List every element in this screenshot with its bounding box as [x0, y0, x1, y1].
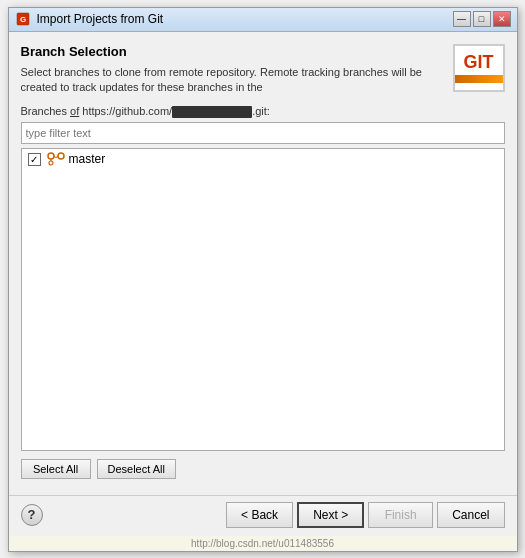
branches-label-prefix: Branches	[21, 105, 71, 117]
svg-point-2	[48, 153, 54, 159]
window-controls: — □ ✕	[453, 11, 511, 27]
select-all-button[interactable]: Select All	[21, 459, 91, 479]
close-button[interactable]: ✕	[493, 11, 511, 27]
filter-input[interactable]	[21, 122, 505, 144]
help-button[interactable]: ?	[21, 504, 43, 526]
window-title: Import Projects from Git	[37, 12, 453, 26]
list-item[interactable]: master	[22, 149, 504, 169]
finish-button[interactable]: Finish	[368, 502, 433, 528]
watermark: http://blog.csdn.net/u011483556	[9, 536, 517, 551]
title-bar: G Import Projects from Git — □ ✕	[9, 8, 517, 32]
window-icon: G	[15, 11, 31, 27]
svg-text:G: G	[19, 15, 25, 24]
footer: ? < Back Next > Finish Cancel	[9, 495, 517, 536]
svg-point-3	[58, 153, 64, 159]
section-title: Branch Selection	[21, 44, 443, 59]
branches-label: Branches of https://github.com/.git:	[21, 105, 505, 118]
header-section: Branch Selection Select branches to clon…	[21, 44, 505, 96]
maximize-button[interactable]: □	[473, 11, 491, 27]
next-button[interactable]: Next >	[297, 502, 364, 528]
main-window: G Import Projects from Git — □ ✕ Branch …	[8, 7, 518, 552]
svg-point-4	[49, 161, 53, 165]
branch-icon	[47, 152, 65, 166]
back-button[interactable]: < Back	[226, 502, 293, 528]
branches-label-of: of	[70, 105, 79, 117]
branch-checkbox[interactable]	[28, 153, 41, 166]
branch-list: master	[21, 148, 505, 450]
branch-name: master	[69, 152, 106, 166]
cancel-button[interactable]: Cancel	[437, 502, 504, 528]
git-logo-bar	[455, 75, 503, 83]
header-text: Branch Selection Select branches to clon…	[21, 44, 443, 96]
footer-buttons: < Back Next > Finish Cancel	[226, 502, 504, 528]
deselect-all-button[interactable]: Deselect All	[97, 459, 176, 479]
select-buttons-area: Select All Deselect All	[21, 459, 505, 479]
redacted-text	[172, 106, 252, 118]
branches-label-end: .git:	[252, 105, 270, 117]
git-logo-text: GIT	[464, 52, 494, 73]
content-area: Branch Selection Select branches to clon…	[9, 32, 517, 495]
section-description: Select branches to clone from remote rep…	[21, 65, 443, 96]
minimize-button[interactable]: —	[453, 11, 471, 27]
branches-label-url: https://github.com/	[79, 105, 172, 117]
git-logo: GIT	[453, 44, 505, 92]
